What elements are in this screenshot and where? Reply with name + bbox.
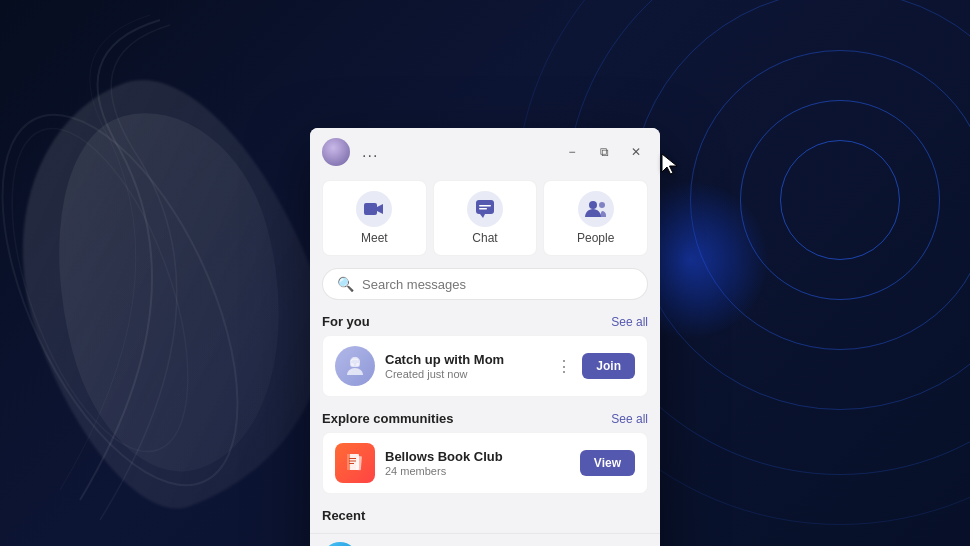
chat-label: Chat <box>472 231 497 245</box>
recent-title: Recent <box>322 508 365 523</box>
view-button[interactable]: View <box>580 450 635 476</box>
book-club-info: Bellows Book Club 24 members <box>385 449 570 477</box>
meet-button[interactable]: Meet <box>322 180 427 256</box>
mom-avatar <box>335 346 375 386</box>
catch-up-actions: ⋮ Join <box>552 353 635 379</box>
for-you-section: For you See all Catch up with Mom Create… <box>310 308 660 405</box>
left-swirl-svg <box>0 0 340 546</box>
nav-buttons: Meet Chat People <box>310 172 660 264</box>
minimize-button[interactable]: − <box>560 140 584 164</box>
recent-section: Recent <box>310 502 660 533</box>
recent-item[interactable]: SD Serena Davis 11:58 PM <box>310 533 660 546</box>
svg-point-7 <box>599 202 605 208</box>
recent-header: Recent <box>322 508 648 523</box>
recent-avatar: SD <box>322 542 358 546</box>
book-club-icon <box>335 443 375 483</box>
chat-button[interactable]: Chat <box>433 180 538 256</box>
search-icon: 🔍 <box>337 276 354 292</box>
book-club-actions: View <box>580 450 635 476</box>
meet-icon <box>356 191 392 227</box>
book-club-title: Bellows Book Club <box>385 449 570 464</box>
teams-window: ... − ⧉ ✕ Meet <box>310 128 660 546</box>
title-bar-left: ... <box>322 138 382 166</box>
join-button[interactable]: Join <box>582 353 635 379</box>
svg-rect-4 <box>479 205 491 207</box>
search-bar[interactable]: 🔍 <box>322 268 648 300</box>
catch-up-card[interactable]: Catch up with Mom Created just now ⋮ Joi… <box>322 335 648 397</box>
book-club-card[interactable]: Bellows Book Club 24 members View <box>322 432 648 494</box>
for-you-header: For you See all <box>322 314 648 329</box>
restore-button[interactable]: ⧉ <box>592 140 616 164</box>
explore-header: Explore communities See all <box>322 411 648 426</box>
avatar <box>322 138 350 166</box>
catch-up-more-button[interactable]: ⋮ <box>552 355 576 378</box>
svg-rect-12 <box>349 458 356 459</box>
catch-up-sub: Created just now <box>385 368 542 380</box>
svg-point-8 <box>350 363 354 367</box>
svg-point-6 <box>589 201 597 209</box>
svg-rect-2 <box>364 203 377 215</box>
explore-section: Explore communities See all Bellows Book… <box>310 405 660 502</box>
svg-rect-5 <box>479 208 487 210</box>
chat-icon <box>467 191 503 227</box>
svg-point-9 <box>356 363 360 367</box>
close-button[interactable]: ✕ <box>624 140 648 164</box>
svg-point-1 <box>0 106 224 473</box>
svg-rect-3 <box>476 200 494 214</box>
svg-point-0 <box>0 81 286 520</box>
for-you-title: For you <box>322 314 370 329</box>
window-controls: − ⧉ ✕ <box>560 140 648 164</box>
explore-title: Explore communities <box>322 411 453 426</box>
people-label: People <box>577 231 614 245</box>
svg-rect-13 <box>349 461 356 462</box>
svg-rect-11 <box>347 454 350 470</box>
title-bar: ... − ⧉ ✕ <box>310 128 660 172</box>
explore-see-all[interactable]: See all <box>611 412 648 426</box>
catch-up-title: Catch up with Mom <box>385 352 542 367</box>
svg-rect-14 <box>349 463 354 464</box>
search-input[interactable] <box>362 277 633 292</box>
book-club-sub: 24 members <box>385 465 570 477</box>
catch-up-info: Catch up with Mom Created just now <box>385 352 542 380</box>
more-options-button[interactable]: ... <box>358 141 382 163</box>
meet-label: Meet <box>361 231 388 245</box>
for-you-see-all[interactable]: See all <box>611 315 648 329</box>
people-icon <box>578 191 614 227</box>
people-button[interactable]: People <box>543 180 648 256</box>
